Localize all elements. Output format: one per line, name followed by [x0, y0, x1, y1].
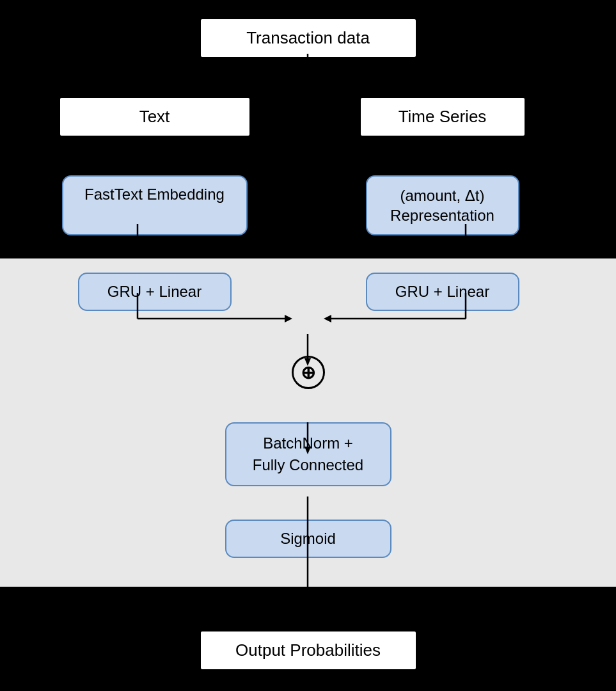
bottom-section: Output Probabilities — [0, 587, 616, 691]
time-series-label-box: Time Series — [359, 97, 526, 137]
transaction-data-box: Transaction data — [200, 18, 417, 58]
batchnorm-fc-box: BatchNorm +Fully Connected — [225, 422, 391, 486]
merge-circle: ⊕ — [292, 356, 325, 389]
gru-linear-right-box: GRU + Linear — [366, 273, 519, 311]
gray-section: GRU + Linear GRU + Linear ⊕ BatchNorm +F… — [0, 258, 616, 587]
architecture-diagram: Transaction data Text Time Series FastTe… — [0, 0, 616, 691]
text-label-box: Text — [59, 97, 251, 137]
amount-representation-box: (amount, Δt)Representation — [366, 175, 519, 235]
sigmoid-box: Sigmoid — [225, 520, 391, 558]
fasttext-box: FastText Embedding — [62, 175, 248, 235]
output-probabilities-box: Output Probabilities — [200, 630, 417, 671]
gru-linear-left-box: GRU + Linear — [78, 273, 232, 311]
top-section: Transaction data Text Time Series FastTe… — [0, 0, 616, 258]
